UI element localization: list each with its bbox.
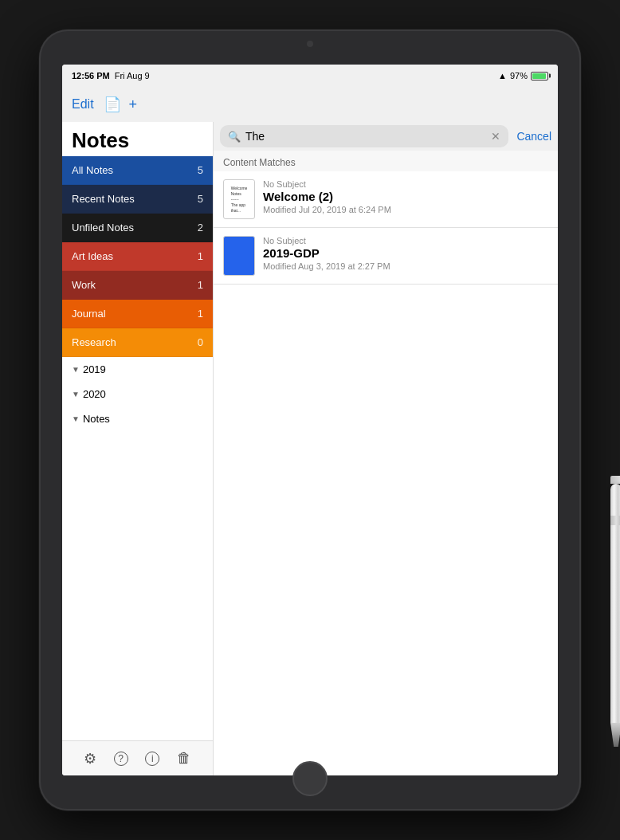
status-date: Fri Aug 9 (115, 71, 150, 80)
sidebar-item-label: Journal (72, 308, 106, 320)
search-bar: 🔍 The ✕ Cancel (214, 122, 558, 151)
pencil-band (610, 516, 620, 525)
sidebar-group-2020[interactable]: ▼ 2020 (62, 382, 213, 406)
note-title: Welcome (2) (263, 190, 548, 203)
note-subject: No Subject (263, 179, 548, 189)
pencil-body (610, 484, 620, 723)
notes-list: WelcomeNotes------The appthat... No Subj… (214, 171, 558, 775)
chevron-down-icon: ▼ (72, 390, 80, 398)
trash-icon[interactable]: 🗑 (177, 750, 191, 767)
sidebar-item-count: 1 (198, 308, 203, 320)
new-note-icon[interactable]: 📄 (104, 96, 121, 113)
chevron-down-icon: ▼ (72, 365, 80, 374)
edit-button[interactable]: Edit (72, 97, 94, 112)
battery-icon (531, 72, 548, 80)
note-info: No Subject 2019-GDP Modified Aug 3, 2019… (263, 236, 548, 271)
status-bar: 12:56 PM Fri Aug 9 ▲ 97% (62, 65, 558, 87)
sidebar-item-count: 1 (198, 279, 203, 291)
battery-percent: 97% (510, 71, 528, 80)
note-thumbnail (223, 236, 255, 276)
ipad-frame: 12:56 PM Fri Aug 9 ▲ 97% Edit 📄 + (39, 29, 581, 811)
note-item[interactable]: No Subject 2019-GDP Modified Aug 3, 2019… (214, 228, 558, 285)
pencil-top (610, 476, 620, 484)
sidebar-group-2019[interactable]: ▼ 2019 (62, 357, 213, 382)
sidebar-item-label: Research (72, 336, 116, 348)
toolbar-icons: 📄 + (104, 96, 138, 113)
sidebar-item-count: 0 (198, 336, 203, 348)
sidebar-item-count: 5 (198, 164, 203, 176)
split-pane: Notes All Notes 5 Recent Notes 5 (62, 122, 558, 775)
sidebar-item-label: Art Ideas (72, 250, 113, 262)
sidebar-item-label: Recent Notes (72, 193, 135, 205)
note-thumbnail: WelcomeNotes------The appthat... (223, 179, 255, 219)
search-icon: 🔍 (228, 131, 241, 143)
content-matches-header: Content Matches (214, 151, 558, 171)
add-button[interactable]: + (129, 96, 138, 113)
pencil-tip (610, 723, 620, 747)
note-date: Modified Jul 20, 2019 at 6:24 PM (263, 205, 548, 214)
sidebar: Notes All Notes 5 Recent Notes 5 (62, 122, 214, 775)
sidebar-item-work[interactable]: Work 1 (62, 271, 213, 300)
note-subject: No Subject (263, 236, 548, 245)
group-label: 2020 (83, 388, 106, 400)
clear-search-button[interactable]: ✕ (491, 130, 500, 143)
status-icons: ▲ 97% (498, 71, 548, 80)
battery-fill (532, 73, 546, 79)
wifi-icon: ▲ (498, 71, 507, 80)
group-label: Notes (83, 413, 110, 425)
group-label: 2019 (83, 363, 106, 375)
sidebar-list: All Notes 5 Recent Notes 5 Unfiled Notes… (62, 156, 213, 740)
chevron-down-icon: ▼ (72, 414, 80, 423)
help-icon[interactable]: ? (114, 752, 128, 766)
note-info: No Subject Welcome (2) Modified Jul 20, … (263, 179, 548, 214)
sidebar-group-notes[interactable]: ▼ Notes (62, 406, 213, 431)
settings-icon[interactable]: ⚙ (84, 750, 96, 767)
sidebar-item-recent-notes[interactable]: Recent Notes 5 (62, 185, 213, 214)
info-icon[interactable]: i (145, 752, 159, 766)
search-input[interactable]: The (245, 130, 265, 143)
note-item[interactable]: WelcomeNotes------The appthat... No Subj… (214, 171, 558, 228)
sidebar-item-label: Unfiled Notes (72, 222, 134, 234)
sidebar-item-unfiled-notes[interactable]: Unfiled Notes 2 (62, 214, 213, 242)
app-content: Edit 📄 + Notes All Notes 5 (62, 87, 558, 775)
home-button[interactable] (292, 761, 328, 796)
note-date: Modified Aug 3, 2019 at 2:27 PM (263, 261, 548, 271)
sidebar-item-count: 1 (198, 250, 203, 262)
note-title: 2019-GDP (263, 246, 548, 260)
sidebar-item-art-ideas[interactable]: Art Ideas 1 (62, 242, 213, 271)
status-time: 12:56 PM (72, 71, 110, 80)
apple-pencil (607, 476, 620, 747)
camera (307, 41, 313, 47)
ipad-screen: 12:56 PM Fri Aug 9 ▲ 97% Edit 📄 + (62, 65, 558, 775)
notes-panel: 🔍 The ✕ Cancel Content Matches (214, 122, 558, 775)
sidebar-bottom-toolbar: ⚙ ? i 🗑 (62, 740, 213, 775)
cancel-search-button[interactable]: Cancel (516, 130, 551, 143)
sidebar-item-label: All Notes (72, 164, 113, 176)
search-input-wrap: 🔍 The ✕ (220, 125, 508, 147)
sidebar-item-label: Work (72, 279, 96, 291)
sidebar-title: Notes (62, 122, 213, 156)
sidebar-item-all-notes[interactable]: All Notes 5 (62, 156, 213, 185)
sidebar-item-count: 5 (198, 193, 203, 205)
sidebar-item-research[interactable]: Research 0 (62, 328, 213, 357)
toolbar: Edit 📄 + (62, 87, 558, 122)
sidebar-item-count: 2 (198, 222, 203, 234)
sidebar-item-journal[interactable]: Journal 1 (62, 300, 213, 328)
